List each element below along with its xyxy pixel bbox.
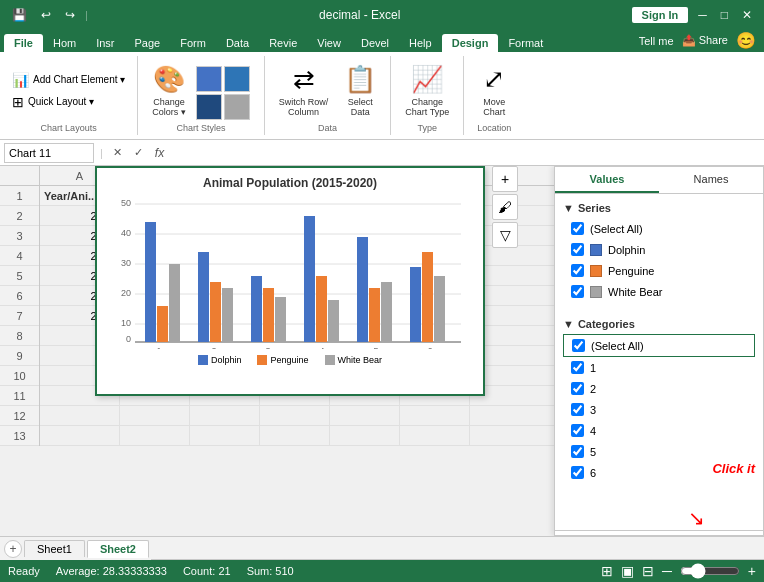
tab-data[interactable]: Data bbox=[216, 34, 259, 52]
cell-c12[interactable] bbox=[190, 406, 260, 425]
row-num-11[interactable]: 11 bbox=[0, 386, 39, 406]
filter-tool[interactable]: ▽ bbox=[492, 222, 518, 248]
row-num-1[interactable]: 1 bbox=[0, 186, 39, 206]
cat-5-label: 5 bbox=[590, 446, 596, 458]
undo-icon[interactable]: ↩ bbox=[37, 6, 55, 24]
tab-help[interactable]: Help bbox=[399, 34, 442, 52]
page-view-icon[interactable]: ▣ bbox=[621, 563, 634, 579]
formula-input[interactable] bbox=[172, 145, 760, 161]
cat-select-all-checkbox[interactable] bbox=[572, 339, 585, 352]
cell-a13[interactable] bbox=[40, 426, 120, 445]
cat-2-checkbox[interactable] bbox=[571, 382, 584, 395]
select-data-button[interactable]: 📋 SelectData bbox=[338, 60, 382, 121]
tab-form[interactable]: Form bbox=[170, 34, 216, 52]
tab-page[interactable]: Page bbox=[125, 34, 171, 52]
tab-format[interactable]: Format bbox=[498, 34, 553, 52]
cell-f12[interactable] bbox=[400, 406, 470, 425]
row-num-12[interactable]: 12 bbox=[0, 406, 39, 426]
move-chart-button[interactable]: ⤢ MoveChart bbox=[477, 60, 511, 121]
cell-d13[interactable] bbox=[260, 426, 330, 445]
filter-item-cat-1[interactable]: 1 bbox=[563, 357, 755, 378]
tab-sheet1[interactable]: Sheet1 bbox=[24, 540, 85, 557]
row-num-2[interactable]: 2 bbox=[0, 206, 39, 226]
zoom-slider[interactable] bbox=[680, 563, 740, 579]
add-element-tool[interactable]: + bbox=[492, 166, 518, 192]
page-break-icon[interactable]: ⊟ bbox=[642, 563, 654, 579]
series-select-all-checkbox[interactable] bbox=[571, 222, 584, 235]
row-num-13[interactable]: 13 bbox=[0, 426, 39, 446]
filter-item-cat-5[interactable]: 5 bbox=[563, 441, 755, 462]
row-num-7[interactable]: 7 bbox=[0, 306, 39, 326]
cell-f13[interactable] bbox=[400, 426, 470, 445]
row-num-9[interactable]: 9 bbox=[0, 346, 39, 366]
tab-file[interactable]: File bbox=[4, 34, 43, 52]
sign-in-button[interactable]: Sign In bbox=[632, 7, 689, 23]
cell-d12[interactable] bbox=[260, 406, 330, 425]
style-swatch-1[interactable] bbox=[196, 66, 222, 92]
restore-icon[interactable]: □ bbox=[717, 6, 732, 24]
tab-design[interactable]: Design bbox=[442, 34, 499, 52]
tab-values[interactable]: Values bbox=[555, 167, 659, 193]
minimize-icon[interactable]: ─ bbox=[694, 6, 711, 24]
filter-item-dolphin[interactable]: Dolphin bbox=[563, 239, 755, 260]
confirm-formula-button[interactable]: ✓ bbox=[130, 146, 147, 159]
style-swatch-2[interactable] bbox=[224, 66, 250, 92]
filter-panel-bottom: Apply Select Data... bbox=[555, 530, 763, 536]
filter-item-cat-3[interactable]: 3 bbox=[563, 399, 755, 420]
series-header[interactable]: ▼ Series bbox=[563, 198, 755, 218]
style-swatch-3[interactable] bbox=[196, 94, 222, 120]
switch-row-col-button[interactable]: ⇄ Switch Row/Column bbox=[273, 60, 335, 121]
filter-item-cat-4[interactable]: 4 bbox=[563, 420, 755, 441]
filter-item-cat-2[interactable]: 2 bbox=[563, 378, 755, 399]
white-bear-checkbox[interactable] bbox=[571, 285, 584, 298]
new-sheet-button[interactable]: + bbox=[4, 540, 22, 558]
quick-layout-button[interactable]: ⊞ Quick Layout ▾ bbox=[8, 92, 129, 112]
change-chart-type-button[interactable]: 📈 ChangeChart Type bbox=[399, 60, 455, 121]
filter-item-white-bear[interactable]: White Bear bbox=[563, 281, 755, 302]
cat-5-checkbox[interactable] bbox=[571, 445, 584, 458]
cat-1-checkbox[interactable] bbox=[571, 361, 584, 374]
row-num-10[interactable]: 10 bbox=[0, 366, 39, 386]
close-icon[interactable]: ✕ bbox=[738, 6, 756, 24]
save-icon[interactable]: 💾 bbox=[8, 6, 31, 24]
categories-header[interactable]: ▼ Categories bbox=[563, 314, 755, 334]
cell-e13[interactable] bbox=[330, 426, 400, 445]
series-header-label: Series bbox=[578, 202, 611, 214]
add-chart-element-button[interactable]: 📊 Add Chart Element ▾ bbox=[8, 70, 129, 90]
cell-b12[interactable] bbox=[120, 406, 190, 425]
tab-insr[interactable]: Insr bbox=[86, 34, 124, 52]
style-swatch-4[interactable] bbox=[224, 94, 250, 120]
name-box[interactable] bbox=[4, 143, 94, 163]
paint-tool[interactable]: 🖌 bbox=[492, 194, 518, 220]
change-colors-button[interactable]: 🎨 ChangeColors ▾ bbox=[146, 60, 192, 121]
tab-view[interactable]: View bbox=[307, 34, 351, 52]
row-num-3[interactable]: 3 bbox=[0, 226, 39, 246]
cell-b13[interactable] bbox=[120, 426, 190, 445]
filter-item-select-all-cat[interactable]: (Select All) bbox=[563, 334, 755, 357]
average-status: Average: 28.33333333 bbox=[56, 565, 167, 577]
row-num-8[interactable]: 8 bbox=[0, 326, 39, 346]
cat-3-checkbox[interactable] bbox=[571, 403, 584, 416]
filter-item-penguine[interactable]: Penguine bbox=[563, 260, 755, 281]
redo-icon[interactable]: ↪ bbox=[61, 6, 79, 24]
penguine-checkbox[interactable] bbox=[571, 264, 584, 277]
row-num-4[interactable]: 4 bbox=[0, 246, 39, 266]
row-num-6[interactable]: 6 bbox=[0, 286, 39, 306]
tab-sheet2[interactable]: Sheet2 bbox=[87, 540, 149, 558]
share-label[interactable]: 📤 Share bbox=[682, 34, 728, 47]
grid-view-icon[interactable]: ⊞ bbox=[601, 563, 613, 579]
tab-names[interactable]: Names bbox=[659, 167, 763, 193]
cell-a12[interactable] bbox=[40, 406, 120, 425]
cell-e12[interactable] bbox=[330, 406, 400, 425]
cat-4-checkbox[interactable] bbox=[571, 424, 584, 437]
dolphin-checkbox[interactable] bbox=[571, 243, 584, 256]
filter-item-select-all-series[interactable]: (Select All) bbox=[563, 218, 755, 239]
cell-c13[interactable] bbox=[190, 426, 260, 445]
tab-revie[interactable]: Revie bbox=[259, 34, 307, 52]
row-num-5[interactable]: 5 bbox=[0, 266, 39, 286]
tab-devel[interactable]: Devel bbox=[351, 34, 399, 52]
zoom-out-icon[interactable]: ─ bbox=[662, 563, 672, 579]
zoom-in-icon[interactable]: + bbox=[748, 563, 756, 579]
tab-hom[interactable]: Hom bbox=[43, 34, 86, 52]
cancel-formula-button[interactable]: ✕ bbox=[109, 146, 126, 159]
